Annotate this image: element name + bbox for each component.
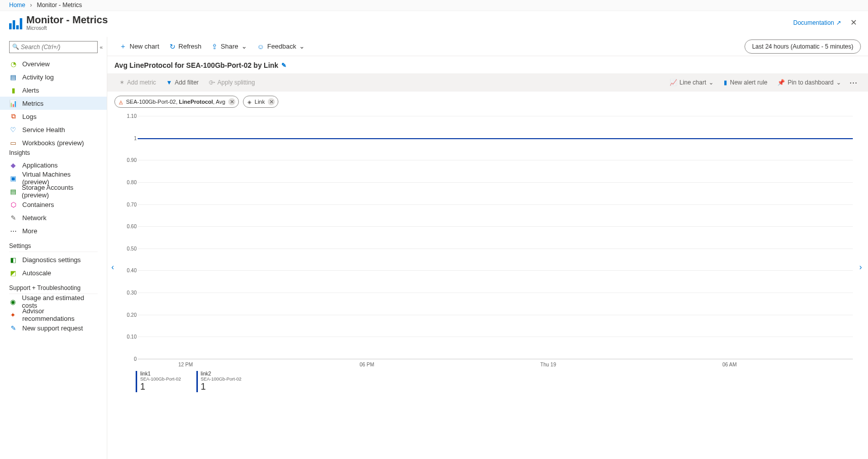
- sidebar-icon: ⬡: [9, 200, 17, 208]
- y-axis-tick: 1: [116, 135, 137, 141]
- legend-item[interactable]: link1SEA-100Gb-Port-021: [136, 371, 181, 392]
- split-pill[interactable]: ◈ Link ✕: [243, 96, 278, 108]
- y-axis-tick: 0.40: [116, 268, 137, 273]
- edit-icon[interactable]: ✎: [281, 62, 286, 69]
- data-series-line: [138, 138, 853, 139]
- refresh-icon: ↻: [170, 43, 176, 51]
- sidebar-item-label: Overview: [22, 60, 50, 68]
- sidebar-icon: ◆: [9, 161, 17, 169]
- documentation-link[interactable]: Documentation ↗: [793, 19, 841, 26]
- sidebar-item-label: Alerts: [22, 87, 39, 94]
- sidebar: 🔍 « ◔Overview▤Activity log▮Alerts📊Metric…: [0, 37, 107, 459]
- legend-value: 1: [201, 382, 242, 392]
- sidebar-item-label: Storage Accounts (preview): [22, 184, 98, 199]
- sidebar-group-header: Support + Troubleshooting: [9, 279, 98, 294]
- collapse-icon[interactable]: «: [100, 44, 103, 50]
- share-button[interactable]: ⇪Share ⌄: [206, 38, 252, 55]
- y-axis-tick: 0.60: [116, 224, 137, 229]
- sidebar-icon: ♡: [9, 126, 17, 134]
- sidebar-item-advisor-recommendations[interactable]: ✦Advisor recommendations: [0, 308, 107, 321]
- sidebar-item-diagnostics-settings[interactable]: ◧Diagnostics settings: [0, 253, 107, 266]
- add-metric-button[interactable]: ✶Add metric: [114, 75, 161, 90]
- sidebar-item-applications[interactable]: ◆Applications: [0, 158, 107, 172]
- sidebar-item-usage-and-estimated-costs[interactable]: ◉Usage and estimated costs: [0, 295, 107, 308]
- pin-button[interactable]: 📌Pin to dashboard ⌄: [772, 75, 846, 90]
- page-title: Monitor - Metrics: [26, 14, 108, 25]
- new-alert-button[interactable]: ▮New alert rule: [719, 75, 772, 90]
- remove-icon[interactable]: ✕: [228, 98, 235, 105]
- sidebar-group-header: Insights: [9, 149, 98, 158]
- legend-item[interactable]: link2SEA-100Gb-Port-021: [196, 371, 242, 392]
- resource-icon: ◬: [119, 99, 123, 105]
- sidebar-item-overview[interactable]: ◔Overview: [0, 57, 107, 70]
- breadcrumb-home[interactable]: Home: [9, 2, 25, 9]
- search-icon: 🔍: [12, 44, 19, 50]
- breadcrumb-current: Monitor - Metrics: [37, 2, 82, 9]
- sidebar-icon: ◉: [9, 298, 17, 306]
- chart-legend: link1SEA-100Gb-Port-021link2SEA-100Gb-Po…: [136, 371, 868, 392]
- time-range-picker[interactable]: Last 24 hours (Automatic - 5 minutes): [745, 39, 861, 54]
- y-axis-tick: 0: [116, 356, 137, 362]
- prev-chart-button[interactable]: ‹: [108, 260, 117, 275]
- filter-icon: ▼: [166, 79, 172, 86]
- page-header: Monitor - Metrics Microsoft Documentatio…: [0, 11, 868, 37]
- grid-line: [138, 226, 853, 227]
- y-axis-tick: 0.90: [116, 157, 137, 163]
- next-chart-button[interactable]: ›: [856, 260, 865, 275]
- add-filter-button[interactable]: ▼Add filter: [161, 75, 203, 90]
- sidebar-item-label: Metrics: [22, 100, 44, 107]
- chart-plot-area[interactable]: 1.1010.900.800.700.600.500.400.300.200.1…: [128, 116, 853, 361]
- sidebar-item-label: More: [22, 227, 37, 235]
- sidebar-item-virtual-machines-preview-[interactable]: ▣Virtual Machines (preview): [0, 172, 107, 185]
- new-chart-button[interactable]: ＋New chart: [114, 38, 164, 55]
- sidebar-item-autoscale[interactable]: ◩Autoscale: [0, 266, 107, 279]
- chart-toolbar: ✶Add metric ▼Add filter ⌱Apply splitting…: [107, 73, 868, 92]
- sidebar-item-alerts[interactable]: ▮Alerts: [0, 84, 107, 97]
- sidebar-icon: ⋯: [9, 227, 17, 235]
- sidebar-item-label: Advisor recommendations: [22, 307, 98, 322]
- sidebar-icon: ◧: [9, 256, 17, 264]
- sidebar-icon: ✎: [9, 324, 17, 332]
- sidebar-item-storage-accounts-preview-[interactable]: ▤Storage Accounts (preview): [0, 185, 107, 198]
- sidebar-item-new-support-request[interactable]: ✎New support request: [0, 321, 107, 335]
- sidebar-item-label: New support request: [22, 324, 83, 332]
- sidebar-item-containers[interactable]: ⬡Containers: [0, 198, 107, 211]
- share-icon: ⇪: [212, 43, 218, 51]
- chart-type-button[interactable]: 📈Line chart ⌄: [665, 75, 719, 90]
- sidebar-item-service-health[interactable]: ♡Service Health: [0, 123, 107, 136]
- sidebar-icon: ▣: [9, 174, 17, 182]
- search-input[interactable]: [9, 41, 98, 53]
- sidebar-item-label: Network: [22, 214, 47, 222]
- sidebar-item-activity-log[interactable]: ▤Activity log: [0, 70, 107, 84]
- y-axis-tick: 0.10: [116, 334, 137, 340]
- refresh-button[interactable]: ↻Refresh: [164, 38, 207, 55]
- external-link-icon: ↗: [836, 19, 841, 26]
- alert-icon: ▮: [724, 79, 727, 86]
- apply-splitting-button[interactable]: ⌱Apply splitting: [204, 75, 260, 90]
- metric-pills: ◬ SEA-100Gb-Port-02, LineProtocol, Avg ✕…: [107, 92, 868, 112]
- legend-value: 1: [140, 382, 181, 392]
- sidebar-icon: ⧉: [9, 112, 17, 120]
- sidebar-item-label: Workbooks (preview): [22, 139, 84, 147]
- feedback-button[interactable]: ☺Feedback ⌄: [252, 38, 310, 55]
- sidebar-item-logs[interactable]: ⧉Logs: [0, 110, 107, 123]
- remove-icon[interactable]: ✕: [268, 98, 275, 105]
- sidebar-item-label: Autoscale: [22, 269, 51, 277]
- legend-series-name: link1: [140, 371, 181, 377]
- sidebar-item-more[interactable]: ⋯More: [0, 224, 107, 237]
- split-icon: ⌱: [209, 79, 215, 86]
- chevron-down-icon: ⌄: [299, 43, 305, 50]
- legend-series-name: link2: [201, 371, 242, 377]
- line-chart-icon: 📈: [670, 79, 677, 86]
- sidebar-item-network[interactable]: ✎Network: [0, 211, 107, 224]
- sidebar-icon: ▭: [9, 139, 17, 147]
- sidebar-item-label: Diagnostics settings: [22, 256, 81, 264]
- metric-pill[interactable]: ◬ SEA-100Gb-Port-02, LineProtocol, Avg ✕: [114, 96, 239, 108]
- sidebar-icon: 📊: [9, 99, 17, 107]
- sidebar-item-workbooks-preview-[interactable]: ▭Workbooks (preview): [0, 136, 107, 149]
- close-icon[interactable]: ✕: [848, 18, 859, 27]
- sidebar-icon: ◩: [9, 269, 17, 277]
- more-options-button[interactable]: ⋯: [846, 78, 861, 88]
- sidebar-item-metrics[interactable]: 📊Metrics: [0, 97, 107, 110]
- grid-line: [138, 248, 853, 249]
